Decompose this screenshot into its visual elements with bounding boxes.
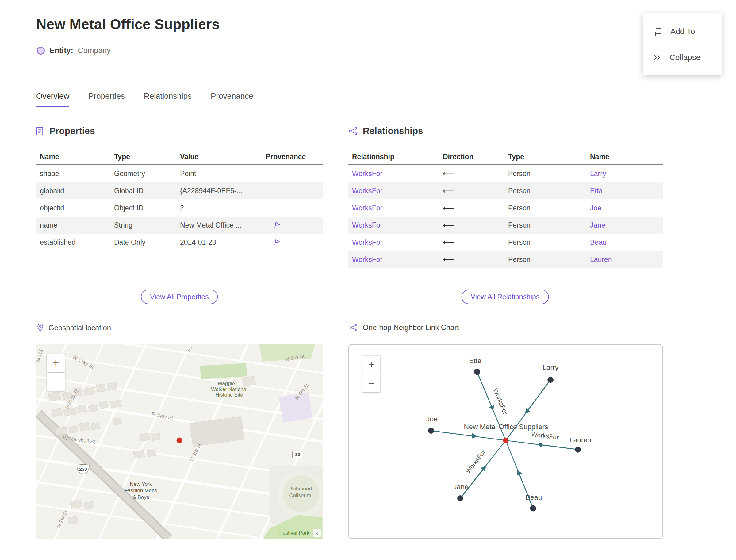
link-chart-section-title: One-hop Neighbor Link Chart	[363, 323, 459, 332]
node-lauren[interactable]	[575, 447, 581, 453]
property-name: globalid	[36, 187, 110, 195]
related-entity-link[interactable]: Larry	[586, 170, 663, 178]
related-entity-link[interactable]: Beau	[586, 238, 663, 247]
svg-text:Fashion Mens: Fashion Mens	[125, 488, 157, 493]
tab-properties[interactable]: Properties	[88, 91, 125, 107]
map-zoom-control: + −	[47, 354, 65, 391]
related-entity-link[interactable]: Etta	[586, 187, 663, 195]
tab-label: Relationships	[144, 91, 192, 101]
property-value: Point	[176, 170, 262, 178]
direction-arrow: ⟵	[439, 255, 504, 264]
column-header-name: Name	[586, 153, 663, 161]
tab-label: Properties	[88, 91, 125, 101]
relationships-section-header: Relationships	[348, 126, 423, 136]
direction-arrow: ⟵	[439, 221, 504, 230]
map-zoom-in-button[interactable]: +	[47, 354, 65, 372]
relationship-type-link[interactable]: WorksFor	[348, 204, 439, 212]
entity-type-row: Entity: Company	[37, 46, 111, 55]
provenance-flag-icon[interactable]	[273, 238, 281, 247]
relationship-type-link[interactable]: WorksFor	[348, 238, 439, 247]
tab-provenance[interactable]: Provenance	[211, 91, 253, 107]
related-entity-link[interactable]: Joe	[586, 204, 663, 212]
relationship-type-link[interactable]: WorksFor	[348, 221, 439, 229]
properties-table-header: Name Type Value Provenance	[36, 149, 323, 165]
relationships-network-icon	[348, 127, 358, 136]
column-header-type: Type	[504, 153, 586, 161]
property-provenance-cell	[262, 221, 323, 229]
link-chart-icon	[349, 323, 358, 332]
map-canvas[interactable]: 250 33 ok Rd W Clay St Sa N 3rd St N 4th…	[36, 344, 323, 539]
column-header-name: Name	[36, 153, 110, 161]
geospatial-section-header: Geospatial location	[37, 323, 111, 332]
collapse-label: Collapse	[669, 53, 700, 62]
add-to-button[interactable]: Add To	[643, 18, 722, 44]
property-name: shape	[36, 170, 110, 178]
add-to-icon	[653, 27, 662, 36]
page-title: New Metal Office Suppliers	[36, 16, 220, 33]
property-row: shape Geometry Point	[36, 165, 323, 182]
relationship-row: WorksFor ⟵ Person Joe	[348, 199, 663, 217]
relationship-type-link[interactable]: WorksFor	[348, 255, 439, 264]
column-header-relationship: Relationship	[348, 153, 439, 161]
node-larry[interactable]	[547, 377, 554, 383]
node-jane[interactable]	[457, 495, 463, 501]
relationship-type-link[interactable]: WorksFor	[348, 187, 439, 195]
entity-value: Company	[78, 46, 111, 55]
column-header-provenance: Provenance	[262, 153, 323, 161]
svg-text:33: 33	[295, 452, 300, 457]
property-type: Geometry	[110, 170, 176, 178]
tab-overview[interactable]: Overview	[36, 91, 69, 107]
link-chart-section-header: One-hop Neighbor Link Chart	[349, 323, 459, 332]
center-node[interactable]	[503, 438, 508, 443]
provenance-flag-icon[interactable]	[273, 221, 281, 229]
related-entity-type: Person	[504, 255, 586, 264]
svg-text:WorksFor: WorksFor	[464, 448, 487, 474]
tab-bar: Overview Properties Relationships Proven…	[36, 91, 253, 107]
column-header-value: Value	[176, 153, 262, 161]
svg-text:Coliseum: Coliseum	[289, 493, 311, 498]
node-joe[interactable]	[428, 428, 434, 434]
view-all-relationships-button[interactable]: View All Relationships	[462, 290, 549, 304]
column-header-type: Type	[110, 153, 176, 161]
node-label-jane: Jane	[453, 483, 469, 491]
related-entity-type: Person	[504, 170, 586, 178]
related-entity-link[interactable]: Jane	[586, 221, 663, 229]
node-beau[interactable]	[530, 505, 536, 512]
center-node-label: New Metal Office Suppliers	[464, 423, 548, 431]
property-name: objectid	[36, 204, 110, 212]
tab-relationships[interactable]: Relationships	[144, 91, 192, 107]
map-zoom-out-button[interactable]: −	[47, 373, 65, 391]
column-header-direction: Direction	[439, 153, 504, 161]
properties-table-body: shape Geometry Point globalid Global ID …	[36, 165, 323, 251]
related-entity-link[interactable]: Lauren	[586, 255, 663, 264]
node-label-larry: Larry	[542, 363, 559, 371]
svg-text:Walker National: Walker National	[211, 386, 247, 392]
link-chart[interactable]: WorksFor WorksFor WorksFor Etta Larry Jo…	[348, 344, 663, 539]
relationship-row: WorksFor ⟵ Person Etta	[348, 182, 663, 199]
property-type: Date Only	[110, 238, 176, 247]
relationships-section-title: Relationships	[363, 126, 423, 136]
relationship-type-link[interactable]: WorksFor	[348, 170, 439, 178]
map-attribution-toggle[interactable]: ‹	[313, 529, 321, 537]
entity-overview-page: New Metal Office Suppliers Entity: Compa…	[0, 0, 736, 560]
relationships-table-body: WorksFor ⟵ Person Larry WorksFor ⟵ Perso…	[348, 165, 663, 268]
link-chart-zoom-out-button[interactable]: −	[362, 374, 380, 392]
svg-text:& Boys: & Boys	[133, 494, 149, 500]
relationship-row: WorksFor ⟵ Person Jane	[348, 217, 663, 234]
node-label-lauren: Lauren	[569, 436, 591, 444]
edge-labels: WorksFor WorksFor WorksFor	[464, 387, 559, 475]
link-chart-canvas[interactable]: WorksFor WorksFor WorksFor Etta Larry Jo…	[349, 345, 662, 538]
view-all-properties-button[interactable]: View All Properties	[141, 290, 218, 304]
entity-location-marker[interactable]	[177, 438, 182, 443]
svg-text:Maggie L.: Maggie L.	[218, 381, 240, 386]
property-row: objectid Object ID 2	[36, 199, 323, 217]
add-to-label: Add To	[670, 27, 695, 36]
properties-form-icon	[36, 126, 44, 136]
collapse-button[interactable]: Collapse	[643, 44, 722, 71]
node-label-etta: Etta	[469, 357, 481, 365]
link-chart-zoom-in-button[interactable]: +	[362, 356, 380, 374]
geospatial-section-title: Geospatial location	[48, 324, 111, 332]
node-etta[interactable]	[474, 369, 480, 375]
property-type: Global ID	[110, 187, 176, 195]
geospatial-map[interactable]: 250 33 ok Rd W Clay St Sa N 3rd St N 4th…	[36, 344, 323, 539]
